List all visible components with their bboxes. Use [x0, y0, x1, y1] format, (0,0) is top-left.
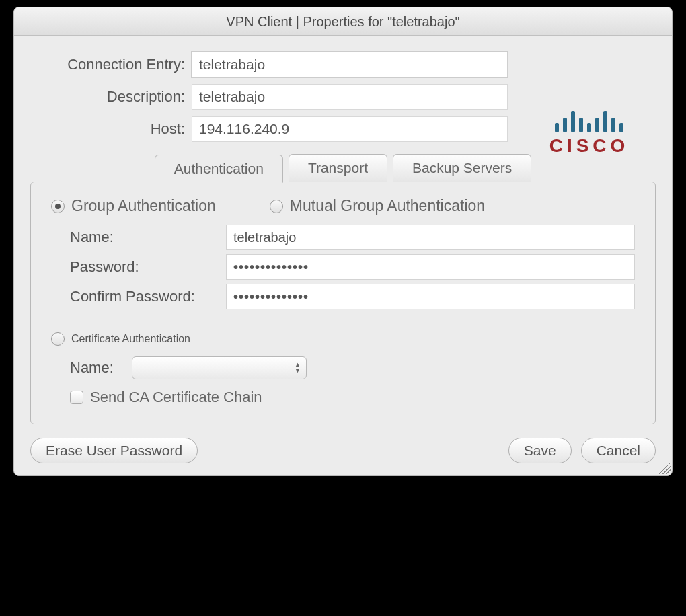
- mutual-group-auth-radio[interactable]: Mutual Group Authentication: [270, 197, 485, 215]
- authentication-panel: Group Authentication Mutual Group Authen…: [30, 182, 656, 424]
- radio-icon: [51, 200, 65, 213]
- send-ca-chain-checkbox[interactable]: [70, 391, 83, 404]
- description-input[interactable]: [192, 84, 508, 110]
- resize-handle-icon[interactable]: [658, 462, 671, 474]
- group-confirm-password-label: Confirm Password:: [51, 288, 226, 305]
- tab-transport[interactable]: Transport: [289, 154, 387, 182]
- window-title: VPN Client | Properties for "teletrabajo…: [14, 7, 672, 36]
- mutual-group-auth-label: Mutual Group Authentication: [290, 197, 485, 215]
- radio-icon: [270, 200, 283, 213]
- connection-entry-label: Connection Entry:: [30, 56, 192, 73]
- dialog-footer: Erase User Password Save Cancel: [30, 438, 656, 463]
- certificate-auth-label: Certificate Authentication: [71, 333, 190, 345]
- host-label: Host:: [30, 120, 192, 138]
- tab-bar: Authentication Transport Backup Servers: [30, 154, 656, 182]
- group-password-input[interactable]: [226, 254, 635, 280]
- cert-name-select[interactable]: ▲▼: [132, 356, 307, 379]
- certificate-auth-radio[interactable]: Certificate Authentication: [51, 332, 190, 346]
- send-ca-chain-label: Send CA Certificate Chain: [90, 389, 262, 406]
- content-area: CISCO Connection Entry: Description: Hos…: [14, 36, 672, 475]
- cisco-logo: CISCO: [539, 103, 640, 157]
- group-confirm-password-input[interactable]: [226, 284, 635, 309]
- description-label: Description:: [30, 88, 192, 106]
- cancel-button[interactable]: Cancel: [581, 438, 656, 463]
- save-button[interactable]: Save: [508, 438, 572, 463]
- group-auth-radio[interactable]: Group Authentication: [51, 197, 216, 215]
- group-name-label: Name:: [51, 229, 226, 246]
- cisco-logo-bars-icon: [539, 103, 640, 132]
- group-name-input[interactable]: [226, 225, 635, 250]
- group-password-label: Password:: [51, 258, 226, 276]
- connection-entry-input[interactable]: [192, 52, 508, 77]
- tab-authentication[interactable]: Authentication: [155, 155, 283, 183]
- tab-backup-servers[interactable]: Backup Servers: [393, 154, 531, 182]
- group-auth-label: Group Authentication: [71, 197, 216, 215]
- cert-name-label: Name:: [51, 359, 132, 377]
- vpn-properties-window: VPN Client | Properties for "teletrabajo…: [13, 7, 673, 476]
- host-input[interactable]: [192, 116, 508, 142]
- select-arrows-icon: ▲▼: [289, 357, 306, 379]
- radio-icon: [51, 332, 65, 346]
- erase-user-password-button[interactable]: Erase User Password: [30, 438, 198, 463]
